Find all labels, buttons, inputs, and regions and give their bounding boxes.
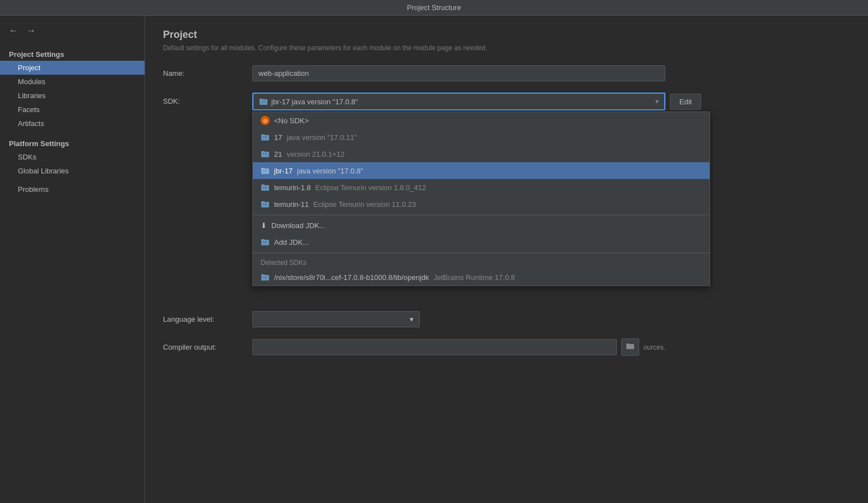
dropdown-item-no-sdk[interactable]: ⊘ <No SDK> [253, 112, 709, 129]
svg-rect-13 [261, 168, 265, 169]
svg-rect-29 [261, 274, 265, 275]
edit-button[interactable]: Edit [670, 94, 701, 110]
sdk-dropdown-left: jbr-17 java version "17.0.8" [259, 97, 358, 106]
sidebar-item-label: Artifacts [18, 119, 44, 128]
no-sdk-label: <No SDK> [274, 117, 309, 125]
forward-button[interactable]: → [25, 25, 38, 37]
svg-rect-7 [265, 136, 267, 138]
name-input[interactable] [252, 65, 665, 81]
svg-rect-15 [265, 170, 267, 172]
sdk-row: SDK: jbr-17 java version "17.0.8" [163, 93, 850, 110]
language-level-control: ▾ [252, 311, 665, 327]
chevron-down-icon: ▾ [655, 98, 659, 105]
compiler-output-folder-button[interactable] [621, 338, 639, 356]
detected-secondary: JetBrains Runtime 17.0.8 [434, 273, 515, 282]
svg-rect-26 [263, 241, 265, 243]
dropdown-item-add-jdk[interactable]: Add JDK... [253, 234, 709, 250]
sidebar-item-sdks[interactable]: SDKs [0, 150, 145, 164]
sidebar-item-label: Project [18, 64, 40, 72]
sidebar-item-label: Facets [18, 105, 40, 114]
sdk-control-container: jbr-17 java version "17.0.8" ▾ Edit ⊘ <N… [252, 93, 710, 110]
jdk21-label: 21 [274, 150, 282, 158]
sidebar-item-label: Global Libraries [18, 167, 69, 175]
jbr17-label: jbr-17 [274, 167, 292, 175]
name-label: Name: [163, 69, 252, 78]
separator-1 [253, 215, 709, 215]
dropdown-item-jdk21[interactable]: 21 version 21.0.1+12 [253, 146, 709, 162]
sidebar-divider-2 [0, 178, 145, 182]
sidebar-item-label: SDKs [18, 153, 36, 161]
detected-icon [261, 273, 270, 282]
temurin18-secondary: Eclipse Temurin version 1.8.0_412 [315, 183, 426, 192]
jdk21-icon [261, 149, 270, 158]
dropdown-item-detected[interactable]: /nix/store/s8r70i...cef-17.0.8-b1000.8/l… [253, 269, 709, 286]
jbr17-icon [261, 166, 270, 175]
language-level-dropdown[interactable]: ▾ [252, 311, 420, 327]
temurin11-secondary: Eclipse Temurin version 11.0.23 [313, 200, 416, 209]
folder-open-icon [626, 342, 634, 350]
sidebar-item-problems[interactable]: Problems [0, 182, 145, 196]
dropdown-item-temurin11[interactable]: temurin-11 Eclipse Temurin version 11.0.… [253, 196, 709, 212]
jdk17-icon [261, 133, 270, 142]
svg-rect-25 [261, 239, 265, 240]
jbr17-secondary: java version "17.0.8" [297, 167, 363, 175]
svg-rect-14 [263, 170, 265, 172]
main-layout: ← → Project Settings Project Modules Lib… [0, 16, 868, 503]
sidebar: ← → Project Settings Project Modules Lib… [0, 16, 145, 503]
svg-rect-10 [263, 153, 265, 155]
dropdown-item-temurin18[interactable]: temurin-1.8 Eclipse Temurin version 1.8.… [253, 179, 709, 196]
sdk-folder-icon [259, 97, 268, 106]
dropdown-item-jbr17[interactable]: jbr-17 java version "17.0.8" [253, 162, 709, 179]
sdk-input-row: jbr-17 java version "17.0.8" ▾ Edit [252, 93, 710, 110]
svg-rect-32 [626, 344, 634, 349]
svg-rect-21 [261, 201, 265, 202]
name-control [252, 65, 665, 81]
detected-sdks-header: Detected SDKs [253, 255, 709, 269]
svg-rect-5 [261, 134, 265, 136]
sdk-dropdown-menu: ⊘ <No SDK> 17 java version "17.0.11" [252, 112, 710, 286]
sdk-selected-label: jbr-17 java version "17.0.8" [271, 98, 358, 106]
project-settings-header: Project Settings [0, 46, 145, 61]
sidebar-item-libraries[interactable]: Libraries [0, 89, 145, 103]
temurin11-icon [261, 200, 270, 209]
platform-settings-header: Platform Settings [0, 135, 145, 150]
compiler-output-hint: ources. [644, 344, 665, 351]
title-bar-label: Project Structure [407, 3, 461, 12]
sdk-dropdown[interactable]: jbr-17 java version "17.0.8" ▾ [252, 93, 665, 110]
language-level-row: Language level: ▾ [163, 311, 850, 327]
compiler-output-label: Compiler output: [163, 343, 252, 351]
nav-buttons: ← → [0, 25, 145, 46]
sidebar-item-label: Problems [18, 185, 49, 194]
sidebar-item-project[interactable]: Project [0, 61, 145, 75]
temurin11-label: temurin-11 [274, 200, 309, 209]
compiler-output-input[interactable] [252, 339, 617, 355]
page-title: Project [163, 29, 850, 41]
language-level-label: Language level: [163, 315, 252, 323]
no-sdk-icon: ⊘ [261, 116, 270, 125]
svg-rect-17 [261, 185, 265, 186]
download-jdk-label: Download JDK... [271, 221, 325, 230]
add-jdk-icon [261, 238, 270, 246]
jdk17-secondary: java version "17.0.11" [286, 133, 357, 142]
sdk-label: SDK: [163, 93, 252, 105]
back-button[interactable]: ← [7, 25, 20, 37]
svg-rect-27 [265, 241, 267, 243]
add-jdk-label: Add JDK... [274, 238, 309, 246]
temurin18-icon [261, 183, 270, 192]
sidebar-item-modules[interactable]: Modules [0, 75, 145, 89]
svg-rect-30 [263, 276, 265, 278]
svg-rect-31 [265, 276, 267, 278]
sidebar-item-label: Libraries [18, 91, 46, 100]
svg-rect-9 [261, 151, 265, 152]
sidebar-item-global-libraries[interactable]: Global Libraries [0, 164, 145, 178]
separator-2 [253, 253, 709, 253]
dropdown-item-jdk17[interactable]: 17 java version "17.0.11" [253, 129, 709, 146]
sidebar-item-artifacts[interactable]: Artifacts [0, 117, 145, 130]
content-area: Project Default settings for all modules… [145, 16, 868, 503]
compiler-output-row: Compiler output: ources. [163, 338, 850, 356]
jdk17-label: 17 [274, 133, 282, 142]
svg-rect-3 [263, 100, 265, 103]
name-row: Name: [163, 65, 850, 81]
sidebar-item-facets[interactable]: Facets [0, 103, 145, 117]
dropdown-item-download-jdk[interactable]: ⬇ Download JDK... [253, 217, 709, 234]
